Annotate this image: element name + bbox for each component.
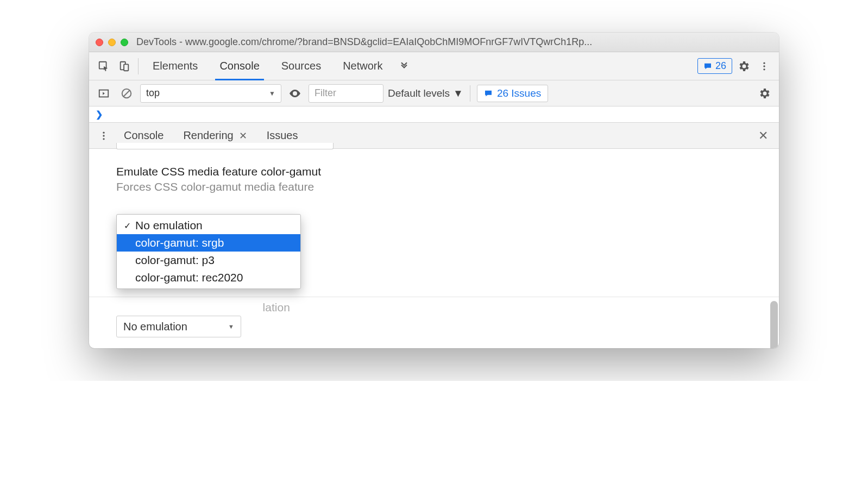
drawer-menu-kebab-icon[interactable]	[95, 127, 113, 145]
divider	[470, 85, 470, 102]
section-divider	[89, 297, 779, 297]
clear-console-icon[interactable]	[117, 84, 136, 103]
console-prompt[interactable]: ❯	[89, 106, 779, 123]
svg-line-8	[124, 90, 130, 96]
log-levels-select[interactable]: Default levels ▼	[388, 87, 463, 99]
issues-count: 26	[715, 60, 726, 72]
tab-elements[interactable]: Elements	[143, 52, 207, 80]
filter-input[interactable]: Filter	[309, 84, 383, 103]
svg-point-10	[103, 131, 104, 133]
section-description: Forces CSS color-gamut media feature	[116, 180, 752, 193]
traffic-lights	[96, 39, 128, 46]
close-drawer-icon[interactable]: ✕	[753, 129, 773, 143]
filter-placeholder: Filter	[315, 87, 336, 99]
chevron-down-icon: ▼	[453, 87, 463, 99]
inspect-element-icon[interactable]	[95, 57, 113, 76]
chevron-down-icon: ▼	[228, 323, 234, 330]
svg-rect-2	[124, 64, 128, 71]
zoom-window-button[interactable]	[121, 39, 128, 46]
close-window-button[interactable]	[96, 39, 103, 46]
minimize-window-button[interactable]	[108, 39, 116, 46]
previous-select-truncated[interactable]	[116, 143, 334, 149]
obscured-section-text: Forces vision deficiency emulation	[116, 301, 290, 314]
color-gamut-dropdown-open: ✓ No emulation color-gamut: srgb color-g…	[116, 214, 301, 289]
svg-point-9	[294, 92, 296, 95]
tab-console[interactable]: Console	[210, 52, 269, 80]
message-icon	[484, 89, 493, 98]
rendering-panel: Emulate CSS media feature color-gamut Fo…	[89, 149, 779, 348]
issues-button[interactable]: 26 Issues	[477, 85, 548, 102]
section-title: Emulate CSS media feature color-gamut	[116, 165, 752, 178]
svg-point-11	[103, 135, 104, 136]
chevron-down-icon: ▼	[269, 90, 275, 97]
message-icon	[703, 62, 712, 71]
vision-deficiency-select[interactable]: No emulation ▼	[116, 316, 241, 337]
checkmark-icon: ✓	[122, 221, 132, 231]
more-menu-kebab-icon[interactable]	[755, 57, 773, 76]
tab-sources[interactable]: Sources	[272, 52, 331, 80]
issues-badge[interactable]: 26	[697, 58, 732, 74]
dropdown-option-srgb[interactable]: color-gamut: srgb	[117, 234, 300, 252]
live-expression-eye-icon[interactable]	[286, 84, 304, 103]
devtools-window: DevTools - www.google.com/chrome/?brand=…	[89, 33, 779, 348]
divider	[138, 58, 139, 74]
dropdown-option-rec2020[interactable]: color-gamut: rec2020	[117, 269, 300, 286]
settings-gear-icon[interactable]	[734, 57, 753, 76]
execution-context-select[interactable]: top ▼	[140, 84, 281, 103]
console-settings-gear-icon[interactable]	[755, 84, 773, 103]
sidebar-toggle-icon[interactable]	[95, 84, 113, 103]
tab-network[interactable]: Network	[333, 52, 392, 80]
device-toggle-icon[interactable]	[115, 57, 134, 76]
main-tabs-bar: Elements Console Sources Network 26	[89, 52, 779, 80]
close-tab-icon[interactable]: ✕	[239, 130, 247, 142]
titlebar: DevTools - www.google.com/chrome/?brand=…	[89, 33, 779, 52]
svg-point-12	[103, 138, 104, 140]
svg-point-3	[763, 62, 765, 64]
dropdown-option-no-emulation[interactable]: ✓ No emulation	[117, 217, 300, 234]
dropdown-option-p3[interactable]: color-gamut: p3	[117, 252, 300, 269]
svg-point-4	[763, 65, 765, 67]
scrollbar[interactable]	[770, 301, 778, 348]
svg-point-5	[763, 68, 765, 70]
context-value: top	[146, 87, 160, 99]
more-tabs-chevron-icon[interactable]	[395, 57, 413, 76]
console-toolbar: top ▼ Filter Default levels ▼ 26 Issues	[89, 80, 779, 106]
scrollbar-thumb[interactable]	[770, 301, 778, 348]
window-title: DevTools - www.google.com/chrome/?brand=…	[136, 36, 592, 48]
